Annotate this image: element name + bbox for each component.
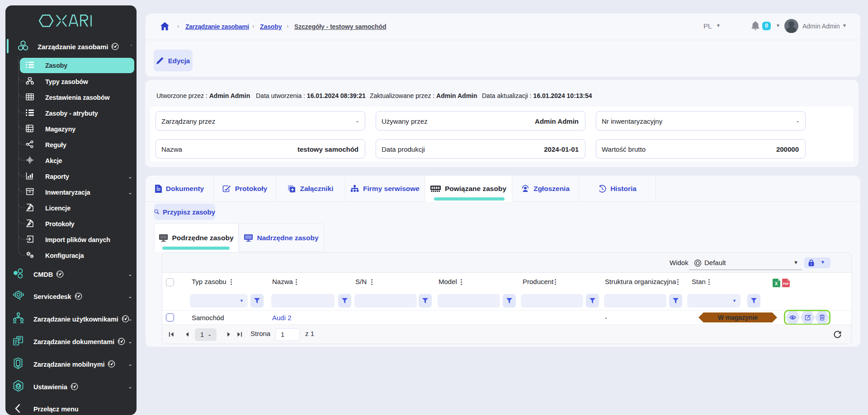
svg-text:PDF: PDF	[783, 282, 789, 285]
svg-text:X: X	[775, 281, 778, 286]
